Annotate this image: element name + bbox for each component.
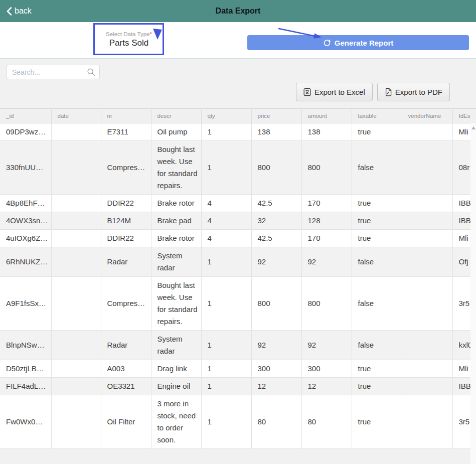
content-panel: Export to Excel Export to PDF _iddatenrd… — [0, 59, 476, 464]
cell-nr: B124M — [101, 212, 151, 230]
cell-descr: Engine oil — [151, 378, 201, 395]
cell-date — [51, 247, 101, 277]
export-excel-label: Export to Excel — [314, 88, 365, 96]
cell-descr: Bought last week. Use for standard repai… — [151, 141, 201, 195]
data-export-page: back Data Export Select Data Type* Parts… — [0, 0, 476, 464]
cell-id: D50ztjLB… — [0, 360, 51, 378]
cell-amount: 12 — [301, 378, 352, 395]
cell-taxable: false — [352, 247, 402, 277]
cell-qty: 1 — [201, 277, 251, 331]
table-row[interactable]: 6RhNUKZ…RadarSystem radar19292falseOfj — [0, 247, 476, 277]
app-header: back Data Export — [0, 0, 476, 22]
column-header-qty[interactable]: qty — [201, 109, 251, 123]
column-header-nr[interactable]: nr — [101, 109, 151, 123]
cell-nr: Oil Filter — [101, 395, 151, 449]
cell-id: 6RhNUKZ… — [0, 247, 51, 277]
column-header-price[interactable]: price — [251, 109, 301, 123]
cell-price: 42.5 — [251, 195, 301, 212]
table-row[interactable]: 4uIOXg6Z…DDIR22Brake rotor442.5170trueMl… — [0, 230, 476, 247]
data-type-select[interactable]: Select Data Type* Parts Sold — [94, 24, 164, 55]
controls-bar: Select Data Type* Parts Sold Generate Re… — [0, 22, 476, 59]
cell-descr: Brake rotor — [151, 195, 201, 212]
column-header-idEs[interactable]: IdEs — [452, 109, 476, 123]
cell-nr: Compres… — [101, 141, 151, 195]
cell-id: 09DP3wz… — [0, 123, 51, 141]
cell-nr: DDIR22 — [101, 195, 151, 212]
cell-amount: 80 — [301, 395, 352, 449]
column-header-amount[interactable]: amount — [301, 109, 352, 123]
table-row[interactable]: Fw0Wx0…Oil Filter3 more in stock, need t… — [0, 395, 476, 449]
table-row[interactable]: BlnpNSw…RadarSystem radar19292falsekxl0 — [0, 331, 476, 360]
table-row[interactable]: 09DP3wz…E7311Oil pump1138138trueMli — [0, 123, 476, 141]
cell-price: 32 — [251, 212, 301, 230]
cell-id: BlnpNSw… — [0, 331, 51, 360]
column-header-descr[interactable]: descr — [151, 109, 201, 123]
cell-descr: System radar — [151, 247, 201, 277]
cell-vendorName — [402, 212, 452, 230]
search-icon — [87, 68, 95, 76]
column-header-date[interactable]: date — [51, 109, 101, 123]
cell-amount: 170 — [301, 195, 352, 212]
cell-qty: 1 — [201, 247, 251, 277]
cell-price: 42.5 — [251, 230, 301, 247]
cell-descr: Oil pump — [151, 123, 201, 141]
vertical-scrollbar[interactable] — [470, 123, 476, 464]
cell-vendorName — [402, 360, 452, 378]
data-type-value: Parts Sold — [109, 38, 148, 48]
cell-amount: 128 — [301, 212, 352, 230]
table-row[interactable]: 330fnUU…Compres…Bought last week. Use fo… — [0, 141, 476, 195]
page-title: Data Export — [0, 0, 476, 22]
cell-qty: 1 — [201, 378, 251, 395]
cell-date — [51, 141, 101, 195]
cell-taxable: true — [352, 230, 402, 247]
cell-amount: 800 — [301, 277, 352, 331]
table-row[interactable]: FILF4adL…OE3321Engine oil11212trueIBB — [0, 378, 476, 395]
search-input[interactable] — [7, 65, 100, 79]
cell-descr: Bought last week. Use for standard repai… — [151, 277, 201, 331]
refresh-icon — [323, 39, 331, 47]
cell-id: 4uIOXg6Z… — [0, 230, 51, 247]
cell-price: 800 — [251, 277, 301, 331]
cell-price: 80 — [251, 395, 301, 449]
search-box — [7, 65, 100, 79]
cell-taxable: false — [352, 141, 402, 195]
cell-nr: DDIR22 — [101, 230, 151, 247]
required-asterisk: * — [149, 31, 151, 37]
cell-price: 12 — [251, 378, 301, 395]
table-row[interactable]: 4Bp8EhF…DDIR22Brake rotor442.5170trueIBB — [0, 195, 476, 212]
table-row[interactable]: 4OWX3sn…B124MBrake pad432128trueIBB — [0, 212, 476, 230]
cell-taxable: true — [352, 360, 402, 378]
cell-vendorName — [402, 331, 452, 360]
cell-price: 800 — [251, 141, 301, 195]
cell-vendorName — [402, 378, 452, 395]
cell-descr: Brake pad — [151, 212, 201, 230]
table-row[interactable]: D50ztjLB…A003Drag link1300300trueMli — [0, 360, 476, 378]
column-header-taxable[interactable]: taxable — [352, 109, 402, 123]
column-header-id[interactable]: _id — [0, 109, 51, 123]
cell-taxable: true — [352, 195, 402, 212]
column-header-vendorName[interactable]: vendorName — [402, 109, 452, 123]
data-type-label: Select Data Type* — [106, 31, 152, 37]
cell-date — [51, 277, 101, 331]
cell-date — [51, 230, 101, 247]
table-row[interactable]: A9F1fsSx…Compres…Bought last week. Use f… — [0, 277, 476, 331]
cell-descr: System radar — [151, 331, 201, 360]
cell-taxable: true — [352, 395, 402, 449]
cell-date — [51, 360, 101, 378]
cell-price: 92 — [251, 331, 301, 360]
cell-amount: 92 — [301, 331, 352, 360]
generate-report-button[interactable]: Generate Report — [247, 35, 469, 50]
cell-nr: A003 — [101, 360, 151, 378]
scroll-up-arrow-icon[interactable] — [471, 126, 475, 129]
export-excel-button[interactable]: Export to Excel — [296, 83, 373, 101]
export-pdf-button[interactable]: Export to PDF — [377, 83, 450, 101]
cell-qty: 1 — [201, 331, 251, 360]
cell-nr: OE3321 — [101, 378, 151, 395]
cell-amount: 92 — [301, 247, 352, 277]
data-table: _iddatenrdescrqtypriceamounttaxablevendo… — [0, 108, 476, 449]
cell-vendorName — [402, 247, 452, 277]
cell-taxable: true — [352, 378, 402, 395]
cell-id: Fw0Wx0… — [0, 395, 51, 449]
export-pdf-label: Export to PDF — [395, 88, 442, 96]
cell-date — [51, 331, 101, 360]
